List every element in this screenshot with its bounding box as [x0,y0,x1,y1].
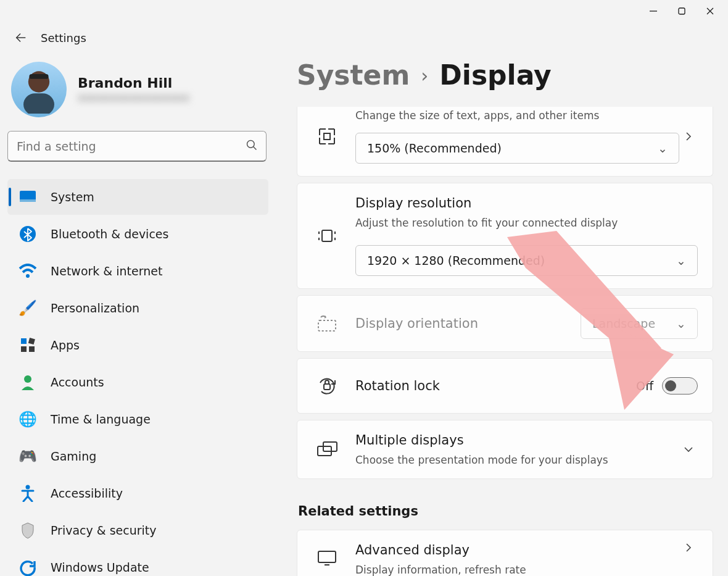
svg-rect-27 [324,384,330,390]
rotation-lock-card[interactable]: Rotation lock Off [297,358,713,414]
back-button[interactable] [10,27,32,49]
svg-rect-1 [679,8,685,14]
scale-value: 150% (Recommended) [367,141,502,155]
breadcrumb: System › Display [297,53,713,107]
search-input[interactable] [7,131,267,162]
chevron-down-icon: ⌄ [676,254,686,267]
scale-card[interactable]: Change the size of text, apps, and other… [297,107,713,177]
sidebar-item-label: Windows Update [51,561,149,574]
rotation-lock-icon [312,371,342,401]
resolution-title: Display resolution [355,196,698,211]
sidebar-item-label: Network & internet [51,264,162,278]
resolution-select[interactable]: 1920 × 1280 (Recommended) ⌄ [355,245,698,276]
svg-rect-30 [318,551,336,562]
globe-clock-icon: 🌐 [16,407,39,431]
resolution-card[interactable]: Display resolution Adjust the resolution… [297,183,713,289]
orientation-title: Display orientation [355,316,478,331]
advanced-display-title: Advanced display [355,543,679,557]
breadcrumb-current: Display [439,59,551,91]
svg-point-8 [247,141,255,148]
svg-rect-6 [23,93,54,114]
sidebar-item-label: Accessibility [51,486,123,500]
sidebar-item-accounts[interactable]: Accounts [7,364,268,400]
gamepad-icon: 🎮 [16,445,39,468]
rotation-lock-toggle[interactable] [662,377,698,394]
window-maximize-button[interactable] [668,1,696,21]
search-icon [246,139,258,154]
resolution-value: 1920 × 1280 (Recommended) [367,254,545,267]
sidebar-item-label: Privacy & security [51,524,157,537]
advanced-display-icon [312,543,342,572]
scale-desc: Change the size of text, apps, and other… [355,109,679,122]
multiple-displays-card[interactable]: Multiple displays Choose the presentatio… [297,420,713,479]
sidebar-item-update[interactable]: Windows Update [7,549,268,576]
orientation-select: Landscape ⌄ [581,308,698,339]
sidebar-item-gaming[interactable]: 🎮 Gaming [7,438,268,474]
rotation-lock-state-label: Off [636,379,653,393]
advanced-display-desc: Display information, refresh rate [355,564,679,576]
svg-point-18 [24,375,31,383]
sidebar-item-network[interactable]: Network & internet [7,253,268,289]
scale-icon [312,122,342,151]
resolution-desc: Adjust the resolution to fit your connec… [355,217,698,229]
chevron-right-icon [679,543,698,553]
app-header: Settings [0,22,728,53]
sidebar-item-label: Personalization [51,301,139,315]
svg-rect-11 [20,199,36,202]
avatar [11,62,67,117]
svg-rect-26 [318,320,336,331]
sidebar-item-accessibility[interactable]: Accessibility [7,475,268,511]
svg-rect-17 [29,346,35,352]
sidebar: Brandon Hill xxxxxxxxxxxxxxxxx System Bl… [0,53,275,576]
breadcrumb-parent[interactable]: System [297,59,410,91]
accessibility-icon [16,482,39,505]
svg-rect-21 [322,230,332,241]
svg-point-13 [26,274,30,278]
resolution-icon [312,221,342,251]
svg-rect-15 [28,338,35,344]
related-settings-heading: Related settings [297,485,713,530]
sidebar-item-apps[interactable]: Apps [7,327,268,363]
svg-line-9 [254,147,257,150]
scale-select[interactable]: 150% (Recommended) ⌄ [355,133,679,164]
sidebar-item-personalization[interactable]: 🖌️ Personalization [7,290,268,326]
sidebar-item-label: Apps [51,338,80,352]
sidebar-item-label: Bluetooth & devices [51,227,168,241]
bluetooth-icon [16,222,39,246]
multiple-displays-desc: Choose the presentation mode for your di… [355,454,679,466]
sidebar-nav: System Bluetooth & devices Network & int… [7,179,268,576]
sidebar-item-label: Time & language [51,412,151,426]
sidebar-item-system[interactable]: System [7,179,268,215]
sidebar-item-label: Accounts [51,375,104,389]
chevron-down-icon: ⌄ [676,317,686,330]
sidebar-item-label: Gaming [51,449,96,463]
advanced-display-card[interactable]: Advanced display Display information, re… [297,530,713,576]
chevron-down-icon: ⌄ [658,141,668,155]
chevron-right-icon [679,131,698,141]
app-title: Settings [41,31,86,44]
chevron-down-icon [679,445,698,454]
sidebar-item-label: System [51,190,94,204]
sidebar-item-time[interactable]: 🌐 Time & language [7,401,268,437]
content-pane: System › Display Change the size of text… [275,53,728,576]
svg-rect-16 [21,346,27,352]
window-close-button[interactable] [696,1,724,21]
multiple-displays-title: Multiple displays [355,433,679,448]
user-block[interactable]: Brandon Hill xxxxxxxxxxxxxxxxx [7,53,268,131]
wifi-icon [16,259,39,283]
search-wrap [7,131,267,162]
rotation-lock-title: Rotation lock [355,378,440,393]
svg-rect-14 [21,338,27,344]
sidebar-item-bluetooth[interactable]: Bluetooth & devices [7,216,268,252]
orientation-value: Landscape [592,317,655,330]
window-titlebar [0,0,728,22]
multiple-displays-icon [312,435,342,464]
display-icon [16,185,39,209]
person-icon [16,370,39,394]
orientation-icon [312,309,342,338]
window-minimize-button[interactable] [639,1,668,21]
sidebar-item-privacy[interactable]: Privacy & security [7,512,268,548]
paintbrush-icon: 🖌️ [16,296,39,320]
user-name: Brandon Hill [78,75,189,91]
user-email-masked: xxxxxxxxxxxxxxxxx [78,91,189,104]
